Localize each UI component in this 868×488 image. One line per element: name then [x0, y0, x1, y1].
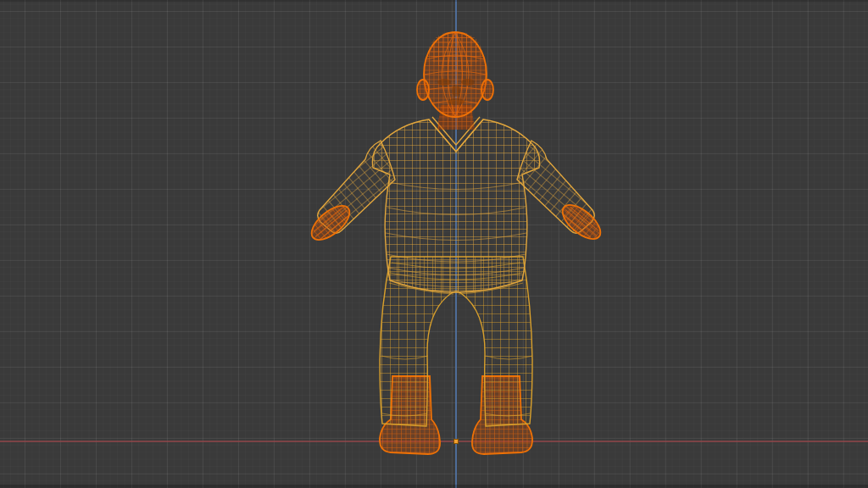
app-window [0, 0, 868, 488]
head-mesh[interactable] [424, 31, 487, 117]
viewport-canvas[interactable] [0, 0, 868, 488]
right-ear-mesh[interactable] [481, 80, 493, 100]
viewport-bottom-edge [0, 485, 868, 488]
viewport-top-edge [0, 0, 868, 2]
origin-point-marker [454, 440, 459, 444]
3d-viewport[interactable] [0, 0, 868, 488]
left-ear-mesh[interactable] [417, 80, 429, 100]
